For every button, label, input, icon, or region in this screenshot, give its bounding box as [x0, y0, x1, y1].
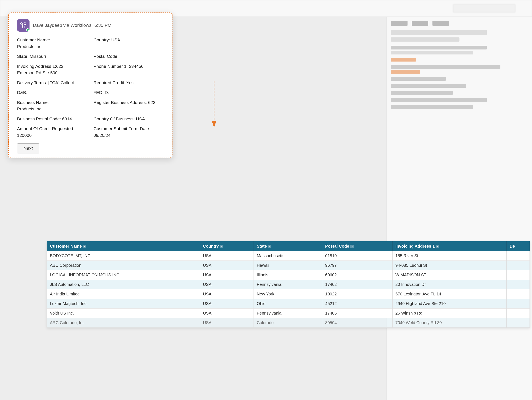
- cell-state: Illinois: [254, 270, 322, 280]
- cell-state: Pennsylvania: [254, 280, 322, 289]
- field-invoicing-address: Invoicing Address 1:622 Emerson Rd Ste 5…: [17, 62, 87, 77]
- table-row[interactable]: BODYCOTE IMT, INC. USA Massachusetts 018…: [47, 251, 530, 261]
- col-de[interactable]: De: [507, 241, 530, 251]
- field-business-postal-code: Business Postal Code: 63141: [17, 115, 87, 123]
- cell-country: USA: [200, 270, 254, 280]
- field-business-name: Business Name: Products Inc.: [17, 98, 87, 113]
- filter-icon-address[interactable]: ▾: [436, 245, 439, 248]
- sender-info: Dave Jaydeep via Workflows 6:30 PM: [33, 23, 111, 28]
- field-register-business-address: Register Business Address: 622: [94, 98, 164, 113]
- cell-postal: 17406: [322, 309, 392, 318]
- table-row[interactable]: ARC Colorado, Inc. USA Colorado 80504 70…: [47, 318, 530, 328]
- online-indicator: [26, 28, 29, 31]
- cell-address: 2940 Highland Ave Ste 210: [392, 299, 507, 309]
- cell-country: USA: [200, 261, 254, 270]
- popup-header: Dave Jaydeep via Workflows 6:30 PM: [17, 19, 164, 32]
- svg-line-7: [24, 25, 25, 26]
- data-table-container: Customer Name ▾ Country ▾ State ▾: [47, 241, 530, 328]
- cell-country: USA: [200, 318, 254, 328]
- cell-postal: 10022: [322, 289, 392, 299]
- table-row[interactable]: Luxfer Magtech, Inc. USA Ohio 45212 2940…: [47, 299, 530, 309]
- svg-point-2: [21, 23, 23, 25]
- field-customer-name: Customer Name: Products Inc.: [17, 36, 87, 51]
- col-postal-code[interactable]: Postal Code ▾: [322, 241, 392, 251]
- table-row[interactable]: Voith US Inc. USA Pennsylvania 17406 25 …: [47, 309, 530, 318]
- next-button[interactable]: Next: [17, 143, 39, 154]
- cell-postal: 45212: [322, 299, 392, 309]
- table-row[interactable]: ABC Corporation USA Hawaii 96797 94-085 …: [47, 261, 530, 270]
- col-invoicing-address[interactable]: Invoicing Address 1 ▾: [392, 241, 507, 251]
- field-delivery-terms: Delivery Terms: [FCA] Collect: [17, 79, 87, 87]
- cell-postal: 80504: [322, 318, 392, 328]
- cell-address: 20 Innovation Dr: [392, 280, 507, 289]
- cell-state: Ohio: [254, 299, 322, 309]
- cell-de: [507, 309, 530, 318]
- table-row[interactable]: JLS Automation, LLC USA Pennsylvania 174…: [47, 280, 530, 289]
- cell-customer-name: JLS Automation, LLC: [47, 280, 200, 289]
- field-country-of-business: Country Of Business: USA: [94, 115, 164, 123]
- field-dnb: D&B:: [17, 88, 87, 97]
- field-phone: Phone Number 1: 234456: [94, 62, 164, 77]
- field-credit-amount: Amount Of Credit Requested: 120000: [17, 124, 87, 139]
- cell-address: 570 Lexington Ave FL 14: [392, 289, 507, 299]
- cell-de: [507, 280, 530, 289]
- cell-de: [507, 318, 530, 328]
- cell-state: Hawaii: [254, 261, 322, 270]
- workflow-icon: [17, 19, 30, 32]
- cell-country: USA: [200, 280, 254, 289]
- popup-fields: Customer Name: Products Inc. Country: US…: [17, 36, 164, 139]
- field-required-credit: Required Credit: Yes: [94, 79, 164, 87]
- popup-card: Dave Jaydeep via Workflows 6:30 PM Custo…: [8, 13, 172, 158]
- sender-name: Dave Jaydeep via Workflows: [33, 23, 91, 28]
- col-country[interactable]: Country ▾: [200, 241, 254, 251]
- filter-icon-state[interactable]: ▾: [268, 245, 271, 248]
- cell-postal: 01810: [322, 251, 392, 261]
- field-fed-id: FED ID:: [94, 88, 164, 97]
- send-time: 6:30 PM: [95, 23, 112, 28]
- cell-state: New York: [254, 289, 322, 299]
- cell-state: Colorado: [254, 318, 322, 328]
- cell-address: 7040 Weld County Rd 30: [392, 318, 507, 328]
- filter-icon-postal[interactable]: ▾: [350, 245, 354, 248]
- col-customer-name[interactable]: Customer Name ▾: [47, 241, 200, 251]
- cell-de: [507, 251, 530, 261]
- cell-customer-name: LOGICAL INFORMATION MCHS INC: [47, 270, 200, 280]
- table-row[interactable]: LOGICAL INFORMATION MCHS INC USA Illinoi…: [47, 270, 530, 280]
- cell-address: 25 Winship Rd: [392, 309, 507, 318]
- filter-icon-customer[interactable]: ▾: [83, 245, 86, 248]
- cell-address: 94-085 Leonui St: [392, 261, 507, 270]
- cell-de: [507, 261, 530, 270]
- field-state: State: Missouri: [17, 52, 87, 60]
- svg-point-3: [24, 23, 26, 25]
- col-state[interactable]: State ▾: [254, 241, 322, 251]
- filter-icon-country[interactable]: ▾: [220, 245, 223, 248]
- popup-footer: Next: [17, 143, 164, 154]
- cell-customer-name: ARC Colorado, Inc.: [47, 318, 200, 328]
- field-submit-date: Customer Submit Form Date: 09/20/24: [94, 124, 164, 139]
- table-header-row: Customer Name ▾ Country ▾ State ▾: [47, 241, 530, 251]
- cell-de: [507, 289, 530, 299]
- right-panel: [386, 17, 532, 400]
- cell-customer-name: Luxfer Magtech, Inc.: [47, 299, 200, 309]
- field-postal-code: Postal Code:: [94, 52, 164, 60]
- field-country: Country: USA: [94, 36, 164, 51]
- cell-postal: 96797: [322, 261, 392, 270]
- table-row[interactable]: Air India Limited USA New York 10022 570…: [47, 289, 530, 299]
- cell-postal: 17402: [322, 280, 392, 289]
- customer-table: Customer Name ▾ Country ▾ State ▾: [47, 241, 530, 328]
- cell-country: USA: [200, 309, 254, 318]
- cell-customer-name: ABC Corporation: [47, 261, 200, 270]
- svg-point-4: [22, 26, 24, 28]
- cell-country: USA: [200, 289, 254, 299]
- cell-customer-name: BODYCOTE IMT, INC.: [47, 251, 200, 261]
- cell-postal: 60602: [322, 270, 392, 280]
- svg-line-6: [22, 25, 23, 26]
- cell-de: [507, 270, 530, 280]
- cell-address: W MADISON ST: [392, 270, 507, 280]
- cell-country: USA: [200, 251, 254, 261]
- cell-address: 155 River St: [392, 251, 507, 261]
- cell-country: USA: [200, 299, 254, 309]
- cell-state: Pennsylvania: [254, 309, 322, 318]
- cell-de: [507, 299, 530, 309]
- cell-customer-name: Air India Limited: [47, 289, 200, 299]
